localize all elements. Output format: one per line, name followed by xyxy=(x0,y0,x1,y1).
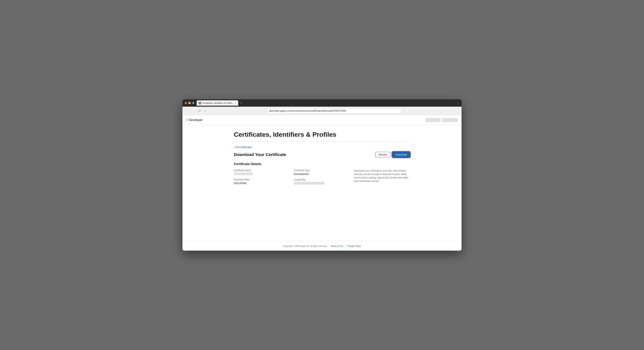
title-bar: Certificates, Identifiers & Profile… × +… xyxy=(182,99,462,107)
browser-window: Certificates, Identifiers & Profile… × +… xyxy=(182,99,462,251)
back-button[interactable]: ← xyxy=(185,109,189,113)
page-content:  Developer Certificates, Identifiers & … xyxy=(182,115,462,251)
copyright-text: Copyright © 2020 Apple Inc. All rights r… xyxy=(283,245,327,247)
home-button[interactable]: ⌂ xyxy=(203,109,208,113)
nav-action-2[interactable] xyxy=(442,118,458,122)
reload-icon: ↺ xyxy=(198,109,201,113)
nav-actions xyxy=(426,118,458,122)
footer-separator-2: | xyxy=(345,244,347,247)
developer-nav-label: Developer xyxy=(189,118,203,122)
created-by-value xyxy=(294,182,324,185)
address-bar: ← → ↺ ⌂ 🔒 developer.apple.com/account/re… xyxy=(182,107,462,115)
lock-icon: 🔒 xyxy=(269,110,271,112)
created-by-label: Created By xyxy=(294,178,350,181)
cert-type-field: Certificate Type Development xyxy=(294,169,350,175)
download-button[interactable]: Download xyxy=(392,152,410,158)
expiration-field: Expiration Date 2021/04/08 xyxy=(234,178,290,185)
apple-logo-icon:  xyxy=(186,118,188,122)
address-input[interactable]: 🔒 developer.apple.com/account/resources/… xyxy=(267,108,401,113)
cert-name-label: Certificate Name xyxy=(234,169,290,172)
expiration-label: Expiration Date xyxy=(234,178,290,181)
page-title: Certificates, Identifiers & Profiles xyxy=(234,131,410,141)
traffic-lights xyxy=(185,102,194,104)
forward-icon: → xyxy=(192,109,195,113)
cert-name-field: Certificate Name xyxy=(234,169,290,175)
action-buttons: Revoke Download xyxy=(375,152,410,158)
tab-favicon xyxy=(198,102,201,104)
cert-description-column: Download your certificate to your Mac, t… xyxy=(354,169,410,183)
active-tab[interactable]: Certificates, Identifiers & Profile… × xyxy=(197,100,238,106)
new-tab-button[interactable]: + xyxy=(239,101,243,105)
breadcrumb-link[interactable]: All Certificates xyxy=(234,146,252,149)
cert-name-value xyxy=(234,173,253,175)
page-footer: Copyright © 2020 Apple Inc. All rights r… xyxy=(182,241,462,251)
forward-button[interactable]: → xyxy=(191,109,196,113)
reload-button[interactable]: ↺ xyxy=(197,109,202,113)
main-content: Certificates, Identifiers & Profiles All… xyxy=(230,125,414,241)
maximize-window-button[interactable] xyxy=(192,102,194,104)
minimize-window-button[interactable] xyxy=(188,102,191,104)
home-icon: ⌂ xyxy=(204,109,206,113)
section-header: Download Your Certificate Revoke Downloa… xyxy=(234,152,410,158)
expiration-value: 2021/04/08 xyxy=(234,182,290,185)
tab-bar: Certificates, Identifiers & Profile… × + xyxy=(197,100,456,106)
nav-logo:  Developer xyxy=(186,118,203,122)
section-title: Download Your Certificate xyxy=(234,152,286,157)
created-by-field: Created By xyxy=(294,178,350,185)
cert-details-title: Certificate Details xyxy=(234,162,410,166)
close-window-button[interactable] xyxy=(185,102,187,104)
revoke-button[interactable]: Revoke xyxy=(375,152,390,157)
cert-field-group-left: Certificate Name Expiration Date 2021/04… xyxy=(234,169,290,185)
cert-field-group-middle: Certificate Type Development Created By xyxy=(294,169,350,185)
back-icon: ← xyxy=(186,109,188,113)
tab-close-button[interactable]: × xyxy=(235,102,236,104)
terms-of-use-link[interactable]: Terms of Use xyxy=(330,245,343,247)
cert-type-label: Certificate Type xyxy=(294,169,350,172)
address-text: developer.apple.com/account/resources/ce… xyxy=(269,108,346,113)
site-nav:  Developer xyxy=(182,115,462,125)
privacy-policy-link[interactable]: Privacy Policy xyxy=(348,245,361,247)
tab-title: Certificates, Identifiers & Profile… xyxy=(202,102,234,104)
nav-action-1[interactable] xyxy=(426,118,441,122)
cert-details-grid: Certificate Name Expiration Date 2021/04… xyxy=(234,169,410,185)
cert-type-value: Development xyxy=(294,173,350,175)
cert-description: Download your certificate to your Mac, t… xyxy=(354,169,410,183)
browser-menu-button[interactable]: ⋮ xyxy=(456,101,459,105)
